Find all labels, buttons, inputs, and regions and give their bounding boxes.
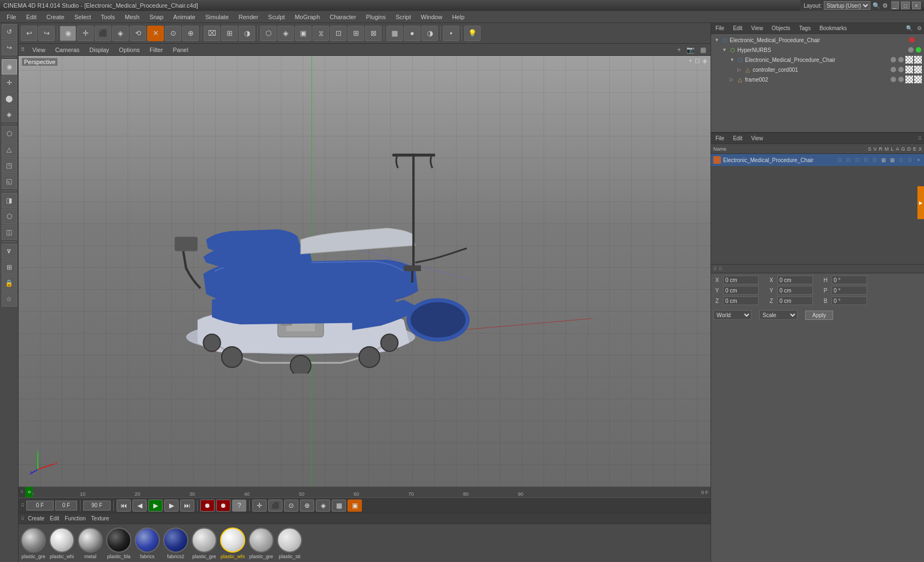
om-settings-icon[interactable]: ⚙	[917, 25, 922, 31]
menu-animate[interactable]: Animate	[169, 13, 200, 21]
menu-edit[interactable]: Edit	[22, 13, 41, 21]
close-btn[interactable]: ×	[912, 2, 921, 9]
om-expand-icon-2[interactable]: ▼	[730, 57, 735, 62]
vp-menu-panel[interactable]: Panel	[169, 45, 193, 54]
fps-input[interactable]	[83, 501, 111, 511]
om-dot-grey-2[interactable]	[891, 57, 896, 62]
tool-point[interactable]: ◳	[2, 158, 17, 173]
input-x-pos[interactable]	[723, 276, 759, 284]
tool-extrude[interactable]: ◨	[2, 193, 17, 208]
sub-frame-input[interactable]	[55, 501, 77, 511]
menu-create[interactable]: Create	[42, 13, 69, 21]
tb-undo[interactable]: ↩	[21, 26, 37, 41]
right-tab-strip[interactable]: ▶	[917, 186, 924, 219]
maximize-btn[interactable]: □	[901, 2, 910, 9]
pb-record-stop[interactable]: ⏺	[200, 500, 215, 512]
coord-system-dropdown[interactable]: World	[713, 310, 752, 320]
om-dot-grey-1[interactable]	[908, 47, 914, 53]
minimize-btn[interactable]: _	[890, 2, 899, 9]
vp-icon1[interactable]: +	[689, 57, 692, 65]
vp-icon3[interactable]: ◈	[702, 57, 707, 65]
vp-menu-view[interactable]: View	[28, 45, 50, 54]
menu-character[interactable]: Character	[325, 13, 360, 21]
om-dot-grey2-2[interactable]	[898, 57, 904, 62]
vp-menu-options[interactable]: Options	[114, 45, 144, 54]
mat-plastic-white2-selected[interactable]: plastic_whi	[220, 527, 245, 559]
input-y-size[interactable]	[777, 286, 813, 295]
apply-button[interactable]: Apply	[805, 311, 833, 320]
tb-generator[interactable]: ▣	[295, 26, 311, 41]
tb-timeline[interactable]: ◑	[239, 26, 255, 41]
timeline[interactable]: ⠿ 0 0 10 20 30 40 50 60	[19, 486, 711, 497]
om-dot-green-1[interactable]	[916, 47, 921, 53]
menu-plugins[interactable]: Plugins	[362, 13, 390, 21]
om-dot-grey-3[interactable]	[891, 67, 896, 72]
om-dot-grey2-3[interactable]	[898, 67, 904, 72]
vp-menu-display[interactable]: Display	[85, 45, 113, 54]
tb-sphere[interactable]: ◈	[112, 26, 129, 41]
mm-menu-edit[interactable]: Edit	[731, 135, 744, 142]
input-z-size[interactable]	[777, 296, 813, 305]
om-menu-file[interactable]: File	[713, 25, 726, 32]
om-menu-view[interactable]: View	[749, 25, 765, 32]
tool-star[interactable]: ☆	[2, 291, 17, 307]
mat-plastic-black[interactable]: plastic_bla	[106, 527, 131, 559]
mat-fabrics[interactable]: fabrics	[135, 527, 160, 559]
om-menu-bookmarks[interactable]: Bookmarks	[817, 25, 849, 32]
menu-window[interactable]: Window	[417, 13, 447, 21]
input-y-pos[interactable]	[723, 286, 759, 295]
vp-menu-cameras[interactable]: Cameras	[51, 45, 84, 54]
menu-script[interactable]: Script	[391, 13, 415, 21]
tool-snap[interactable]: ⛛	[2, 244, 17, 259]
transform-mode-dropdown[interactable]: Scale	[759, 310, 798, 320]
tb-new[interactable]: ✛	[77, 26, 94, 41]
om-expand-icon-1[interactable]: ▼	[722, 47, 727, 53]
tool-undo[interactable]: ↺	[2, 24, 17, 39]
pb-mode3[interactable]: ⊙	[284, 500, 298, 512]
pb-mode4[interactable]: ⊕	[300, 500, 314, 512]
om-row-4[interactable]: ▷ △ frame002	[712, 74, 923, 84]
mm-selected-item[interactable]: Electronic_Medical_Procedure_Chair □ □ □…	[711, 154, 924, 166]
tool-scale[interactable]: ⬤	[2, 91, 17, 106]
pb-go-start[interactable]: ⏮	[117, 500, 131, 512]
mm-icon-x[interactable]: ×	[915, 157, 922, 163]
tool-uv[interactable]: ◱	[2, 174, 17, 189]
tool-move[interactable]: ✛	[2, 75, 17, 90]
mat-fabrics2[interactable]: fabrics2	[163, 527, 188, 559]
pb-mode2[interactable]: ⬛	[268, 500, 282, 512]
om-dot-grey-4[interactable]	[891, 77, 896, 82]
om-expand-icon-4[interactable]: ▷	[730, 77, 735, 82]
menu-simulate[interactable]: Simulate	[201, 13, 233, 21]
input-p-rot[interactable]	[831, 286, 867, 295]
om-search-icon[interactable]: 🔍	[906, 25, 913, 31]
current-frame-input[interactable]	[26, 501, 54, 511]
pb-go-end[interactable]: ⏭	[180, 500, 194, 512]
menu-sculpt[interactable]: Sculpt	[264, 13, 290, 21]
om-menu-edit[interactable]: Edit	[731, 25, 744, 32]
tool-rotate[interactable]: ◈	[2, 107, 17, 122]
mat-plastic-grey3[interactable]: plastic_gre	[249, 527, 274, 559]
tool-redo[interactable]: ↪	[2, 40, 17, 55]
mat-plastic-grey2[interactable]: plastic_gre	[192, 527, 217, 559]
tb-light[interactable]: ⊕	[182, 26, 199, 41]
tb-cylinder[interactable]: ⟲	[130, 26, 146, 41]
tb-keyframe[interactable]: ⊞	[221, 26, 238, 41]
tb-nurbs[interactable]: ⬡	[260, 26, 276, 41]
tool-bevel[interactable]: ⬡	[2, 209, 17, 224]
pb-mode7[interactable]: ▣	[348, 500, 362, 512]
tool-grid[interactable]: ⊞	[2, 260, 17, 275]
mat-menu-edit[interactable]: Edit	[48, 515, 61, 522]
timeline-ruler[interactable]: 0 0 10 20 30 40 50 60 70 80 90	[25, 487, 711, 497]
viewport-render-icon[interactable]: ▦	[698, 46, 708, 54]
om-expand-icon-3[interactable]: ▷	[737, 67, 743, 72]
menu-mograph[interactable]: MoGraph	[290, 13, 324, 21]
input-x-size[interactable]	[777, 276, 813, 284]
pb-next-frame[interactable]: ▶	[164, 500, 178, 512]
om-expand-icon-0[interactable]: ▼	[714, 37, 720, 43]
timeline-handle[interactable]: ⠿	[19, 487, 25, 497]
pb-help[interactable]: ?	[232, 500, 246, 512]
menu-tools[interactable]: Tools	[96, 13, 119, 21]
tb-render-region[interactable]: ●	[404, 26, 420, 41]
search-icon[interactable]: 🔍	[873, 2, 880, 9]
mat-metal[interactable]: metal	[78, 527, 103, 559]
